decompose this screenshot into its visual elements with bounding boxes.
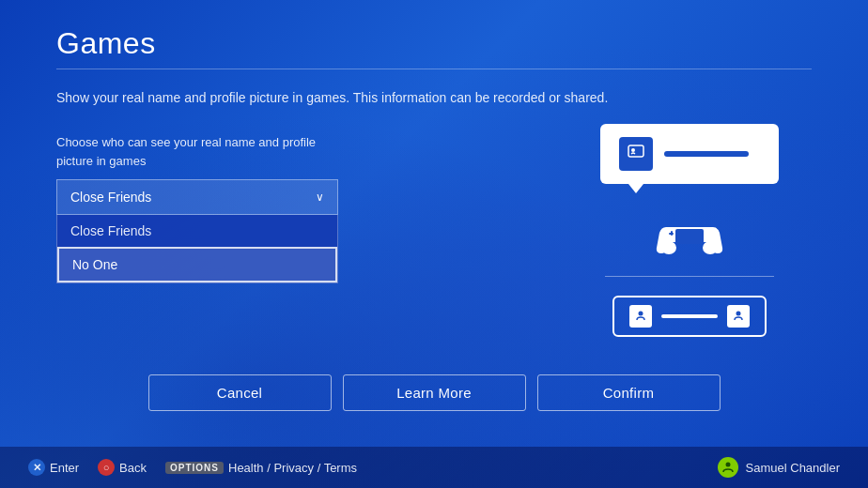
confirm-button[interactable]: Confirm <box>537 374 721 411</box>
options-button: OPTIONS Health / Privacy / Terms <box>165 461 357 475</box>
left-panel: Choose who can see your real name and pr… <box>56 133 530 337</box>
options-text: Health / Privacy / Terms <box>228 461 357 475</box>
chevron-down-icon: ∨ <box>316 191 324 204</box>
chip-face-left <box>629 305 652 328</box>
svg-point-1 <box>631 148 635 152</box>
dropdown-options: Close Friends No One <box>56 215 338 283</box>
back-button: ○ Back <box>98 459 147 476</box>
cancel-button[interactable]: Cancel <box>148 374 332 411</box>
button-row: Cancel Learn More Confirm <box>56 374 812 411</box>
ps-illustration <box>600 124 779 337</box>
dropdown-selected[interactable]: Close Friends ∨ <box>56 179 338 215</box>
svg-point-2 <box>661 241 676 254</box>
svg-point-3 <box>703 241 718 254</box>
svg-rect-6 <box>671 231 673 236</box>
identity-chip <box>612 296 767 337</box>
chip-line <box>661 314 718 318</box>
svg-point-8 <box>736 312 741 316</box>
controller-svg <box>652 210 727 257</box>
description-text: Show your real name and profile picture … <box>56 90 812 105</box>
svg-point-9 <box>725 463 730 467</box>
svg-point-7 <box>639 312 643 316</box>
controller-area <box>652 210 727 261</box>
x-icon: ✕ <box>28 459 45 476</box>
o-icon: ○ <box>98 459 115 476</box>
chip-face-right <box>727 305 750 328</box>
user-avatar <box>718 457 738 478</box>
profile-card <box>600 124 779 184</box>
avatar-icon <box>619 137 653 171</box>
options-badge: OPTIONS <box>165 462 224 474</box>
enter-button: ✕ Enter <box>28 459 79 476</box>
user-name: Samuel Chandler <box>746 461 840 475</box>
svg-rect-4 <box>675 229 704 244</box>
footer-right: Samuel Chandler <box>718 457 840 478</box>
svg-rect-0 <box>628 145 643 157</box>
page-title: Games <box>56 26 812 61</box>
enter-label: Enter <box>50 461 79 475</box>
main-content: Choose who can see your real name and pr… <box>56 133 812 337</box>
dropdown-option-close-friends[interactable]: Close Friends <box>57 215 337 247</box>
learn-more-button[interactable]: Learn More <box>343 374 526 411</box>
profile-name-line <box>664 151 749 157</box>
title-divider <box>56 69 812 69</box>
dropdown-selected-value: Close Friends <box>70 190 151 205</box>
page-container: Games Show your real name and profile pi… <box>0 0 868 488</box>
choose-label: Choose who can see your real name and pr… <box>56 133 338 170</box>
right-panel <box>567 124 812 337</box>
back-label: Back <box>119 461 147 475</box>
dropdown-option-no-one[interactable]: No One <box>57 247 337 282</box>
dropdown-wrapper: Close Friends ∨ Close Friends No One <box>56 179 338 215</box>
illustration-divider <box>605 276 774 277</box>
footer-left: ✕ Enter ○ Back OPTIONS Health / Privacy … <box>28 459 357 476</box>
footer: ✕ Enter ○ Back OPTIONS Health / Privacy … <box>0 447 868 488</box>
